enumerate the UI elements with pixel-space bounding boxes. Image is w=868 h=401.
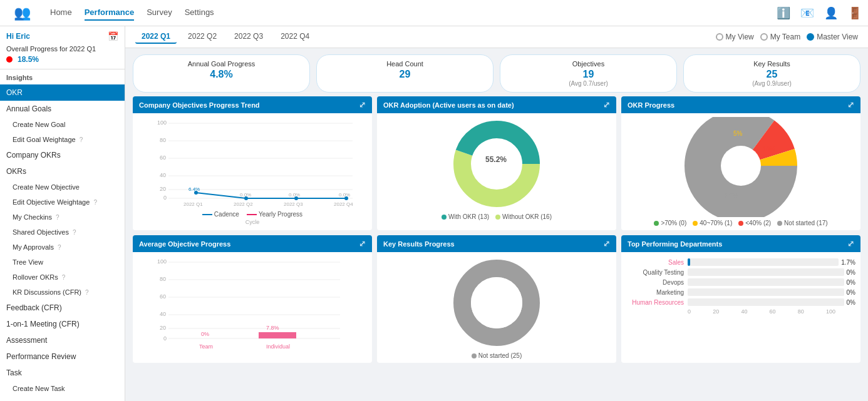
- card-key-results: Key Results 25 (Avg 0.9/user): [683, 54, 860, 93]
- svg-text:2022 Q3: 2022 Q3: [284, 201, 303, 207]
- radio-master: [807, 33, 814, 41]
- sidebar-item-create-goal[interactable]: Create New Goal: [0, 117, 125, 132]
- chart-okr-progress-body: 5% 10% 85% >70% (0) 40~70% (1): [621, 113, 860, 230]
- svg-text:80: 80: [160, 137, 166, 143]
- svg-text:7.8%: 7.8%: [266, 325, 279, 331]
- chart-grid-row2: Average Objective Progress ⤢ 100 80 60 4…: [125, 235, 868, 368]
- chart-grid-row1: Company Objectives Progress Trend ⤢ 100 …: [125, 96, 868, 235]
- svg-text:40: 40: [160, 311, 166, 317]
- svg-text:5%: 5%: [733, 130, 743, 137]
- expand-icon-adoption[interactable]: ⤢: [603, 100, 610, 109]
- sidebar-item-performance-review[interactable]: Performance Review: [0, 348, 125, 365]
- svg-text:0.0%: 0.0%: [339, 192, 350, 198]
- card-objectives: Objectives 19 (Avg 0.7/user): [500, 54, 677, 93]
- line-chart-svg: 100 80 60 40 20 0: [138, 117, 367, 208]
- donut-adoption-svg: 55.2% 44.8%: [447, 117, 547, 211]
- bar-hr-value: 0%: [847, 299, 855, 306]
- svg-text:20: 20: [160, 186, 166, 192]
- legend-without-okr: Without OKR (16): [502, 213, 552, 220]
- expand-icon-dept[interactable]: ⤢: [847, 239, 854, 248]
- sidebar-item-create-task[interactable]: Create New Task: [0, 381, 125, 396]
- svg-text:20: 20: [160, 325, 166, 331]
- expand-icon-kr[interactable]: ⤢: [603, 239, 610, 248]
- info-icon[interactable]: ℹ️: [777, 6, 790, 20]
- svg-text:0: 0: [163, 335, 167, 342]
- bar-hr-track: [688, 298, 844, 306]
- sidebar-item-1on1[interactable]: 1-on-1 Meeting (CFR): [0, 316, 125, 332]
- tab-2022q3[interactable]: 2022 Q3: [228, 30, 269, 44]
- chart-okr-progress-title: OKR Progress: [628, 101, 674, 109]
- svg-text:55.2%: 55.2%: [485, 155, 507, 164]
- bar-devops-track: [688, 278, 844, 286]
- chart-top-departments-header: Top Performing Departments ⤢: [621, 235, 860, 252]
- sidebar-item-annual-goals[interactable]: Annual Goals: [0, 101, 125, 117]
- view-master[interactable]: Master View: [807, 33, 858, 41]
- logo: 👥: [6, 3, 38, 23]
- label-my-team: My Team: [770, 33, 800, 41]
- card-key-results-sub: (Avg 0.9/user): [693, 80, 851, 87]
- nav-icons: ℹ️ 📧 👤 🚪: [777, 6, 862, 20]
- chart-company-trend: Company Objectives Progress Trend ⤢ 100 …: [133, 96, 372, 230]
- sidebar-item-shared-objectives[interactable]: Shared Objectives ?: [0, 225, 125, 240]
- sidebar-item-my-approvals[interactable]: My Approvals ?: [0, 240, 125, 255]
- sidebar-item-okrs[interactable]: OKRs: [0, 163, 125, 180]
- sidebar-item-task[interactable]: Task: [0, 365, 125, 381]
- sidebar-item-edit-objective[interactable]: Edit Objective Weightage ?: [0, 195, 125, 210]
- sidebar-item-rollover-okrs[interactable]: Rollover OKRs ?: [0, 270, 125, 285]
- card-headcount-value: 29: [326, 69, 484, 80]
- chart-top-departments: Top Performing Departments ⤢ Sales 1.7%: [621, 235, 860, 363]
- chart-key-results-body: Not started (25): [377, 252, 616, 363]
- svg-text:2022 Q2: 2022 Q2: [234, 201, 253, 207]
- card-objectives-sub: (Avg 0.7/user): [509, 80, 668, 87]
- nav-home[interactable]: Home: [50, 5, 72, 21]
- chart-avg-objective: Average Objective Progress ⤢ 100 80 60 4…: [133, 235, 372, 363]
- svg-text:40: 40: [160, 172, 166, 178]
- sidebar-item-assessment[interactable]: Assessment: [0, 332, 125, 348]
- view-my-team[interactable]: My Team: [760, 33, 800, 41]
- mail-icon[interactable]: 📧: [800, 6, 814, 20]
- svg-text:60: 60: [160, 155, 166, 161]
- sidebar-item-company-okrs[interactable]: Company OKRs: [0, 147, 125, 163]
- expand-icon-trend[interactable]: ⤢: [359, 100, 366, 109]
- calendar-icon[interactable]: 📅: [108, 31, 118, 41]
- bar-quality-label: Quality Testing: [631, 269, 688, 276]
- bar-marketing-label: Marketing: [631, 289, 688, 296]
- radio-my-team: [760, 33, 768, 41]
- trend-legend: Cadence Yearly Progress: [138, 211, 367, 218]
- tab-2022q1[interactable]: 2022 Q1: [135, 30, 177, 44]
- svg-text:2022 Q4: 2022 Q4: [334, 201, 353, 207]
- sidebar-item-create-objective[interactable]: Create New Objective: [0, 180, 125, 195]
- radio-my-view: [716, 33, 723, 41]
- nav-settings[interactable]: Settings: [185, 5, 214, 21]
- sidebar-item-edit-goal[interactable]: Edit Goal Weightage ?: [0, 132, 125, 147]
- view-my-view[interactable]: My View: [716, 33, 754, 41]
- quarter-bar: 2022 Q1 2022 Q2 2022 Q3 2022 Q4 My View …: [125, 26, 868, 48]
- svg-text:0%: 0%: [201, 331, 209, 337]
- tab-2022q4[interactable]: 2022 Q4: [274, 30, 316, 44]
- chart-company-trend-body: 100 80 60 40 20 0: [133, 113, 372, 229]
- bar-sales-track: [688, 258, 839, 266]
- sidebar-item-okr[interactable]: OKR: [0, 84, 125, 101]
- bar-hr-label: Human Resources: [631, 299, 688, 306]
- logout-icon[interactable]: 🚪: [848, 6, 862, 20]
- expand-icon-okr-progress[interactable]: ⤢: [847, 100, 854, 109]
- expand-icon-avg[interactable]: ⤢: [359, 239, 366, 248]
- sidebar-item-feedback[interactable]: Feedback (CFR): [0, 300, 125, 316]
- chart-okr-adoption-header: OKR Adoption (Active users as on date) ⤢: [377, 96, 616, 113]
- sidebar-item-kr-discussions[interactable]: KR Discussions (CFR) ?: [0, 285, 125, 300]
- tab-2022q2[interactable]: 2022 Q2: [182, 30, 223, 44]
- user-icon[interactable]: 👤: [824, 6, 838, 20]
- bar-devops-label: Devops: [631, 279, 688, 286]
- summary-cards: Annual Goal Progress 4.8% Head Count 29 …: [125, 48, 868, 96]
- card-headcount-title: Head Count: [326, 60, 484, 68]
- chart-key-results-progress: Key Results Progress ⤢ Not started (25): [377, 235, 616, 363]
- card-annual-goal-title: Annual Goal Progress: [142, 60, 301, 68]
- nav-performance[interactable]: Performance: [85, 5, 134, 21]
- nav-survey[interactable]: Survey: [147, 5, 172, 21]
- bar-quality-value: 0%: [847, 269, 855, 276]
- sidebar-item-my-checkins[interactable]: My Checkins ?: [0, 210, 125, 225]
- bar-marketing-value: 0%: [847, 289, 855, 296]
- sidebar-item-tree-view[interactable]: Tree View: [0, 255, 125, 270]
- progress-dot: [6, 56, 13, 63]
- card-objectives-value: 19: [509, 69, 668, 80]
